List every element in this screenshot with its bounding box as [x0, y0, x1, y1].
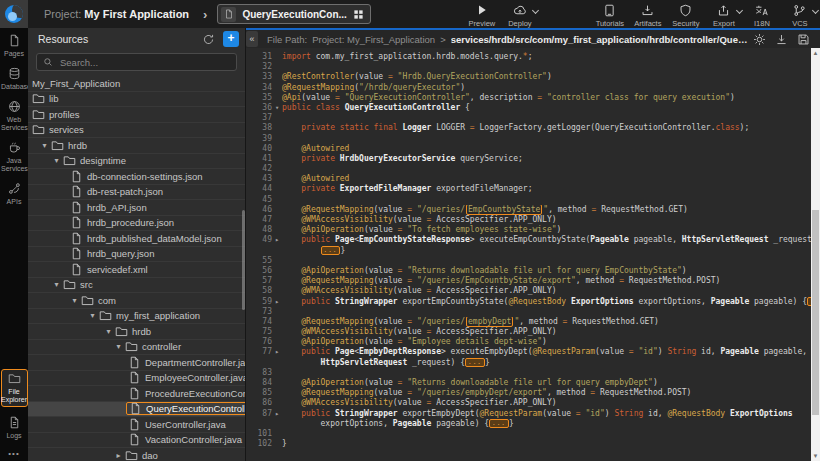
code-line[interactable]: 77▸ public Page<EmpbyDeptResponse> execu…: [246, 347, 811, 357]
tree-item-controller[interactable]: ▾controller: [28, 340, 245, 356]
code-line[interactable]: 84 @ApiOperation(value = "Returns downlo…: [246, 378, 811, 388]
sidebar-item-databases[interactable]: Databases: [1, 67, 28, 91]
scroll-down-icon[interactable]: ▼: [811, 451, 820, 461]
sidebar-item-file-explorer[interactable]: File Explorer: [1, 369, 28, 407]
tree-item-my-first-application[interactable]: My_First_Application: [28, 76, 245, 92]
code-line[interactable]: 42: [246, 164, 811, 174]
i18n-button[interactable]: I18N: [743, 0, 781, 28]
search-input[interactable]: [58, 56, 230, 69]
code-line[interactable]: 39: [246, 134, 811, 144]
tree-item-services[interactable]: services: [28, 123, 245, 139]
tree-item-hrdb-api-json[interactable]: hrdb_API.json: [28, 200, 245, 216]
settings-icon[interactable]: [753, 33, 766, 46]
fold-closed-icon[interactable]: ▸: [272, 409, 282, 419]
code-line[interactable]: 35@Api(value = "QueryExecutionController…: [246, 93, 811, 103]
code-line[interactable]: 49▸ public Page<EmpCountbyStateResponse>…: [246, 235, 811, 245]
scrollbar-thumb[interactable]: [812, 210, 819, 415]
code-line[interactable]: 40 @Autowired: [246, 144, 811, 154]
tree-item-hrdb[interactable]: ▾hrdb: [28, 324, 245, 340]
code-line[interactable]: 86 @WMAccessVisibility(value = AccessSpe…: [246, 398, 811, 408]
refresh-icon[interactable]: [202, 33, 215, 46]
tree-item-employeecontroller-java[interactable]: EmployeeController.java: [28, 371, 245, 387]
vcs-button[interactable]: VCS: [781, 0, 819, 28]
fold-open-icon[interactable]: ▾: [272, 103, 282, 113]
tree-item-servicedef-xml[interactable]: servicedef.xml: [28, 262, 245, 278]
tree-item-lib[interactable]: lib: [28, 92, 245, 108]
fold-closed-icon[interactable]: ▸: [272, 347, 282, 357]
code-line[interactable]: 58 @WMAccessVisibility(value = AccessSpe…: [246, 286, 811, 296]
code-line[interactable]: 33@RestController(value = "Hrdb.QueryExe…: [246, 72, 811, 82]
deploy-button[interactable]: Deploy: [501, 0, 539, 28]
code-line[interactable]: 75 @WMAccessVisibility(value = AccessSpe…: [246, 327, 811, 337]
code-line[interactable]: 56 @ApiOperation(value = "Returns downlo…: [246, 266, 811, 276]
app-logo[interactable]: [0, 0, 28, 28]
search-box[interactable]: [36, 53, 237, 71]
editor-scrollbar[interactable]: ▲ ▼: [811, 48, 820, 461]
code-line[interactable]: 101: [246, 429, 811, 439]
code-line[interactable]: 32: [246, 62, 811, 72]
code-line[interactable]: 55: [246, 256, 811, 266]
code-line[interactable]: 46 @RequestMapping(value = "/queries/Emp…: [246, 205, 811, 215]
tree-item-hrdb-procedure-json[interactable]: hrdb_procedure.json: [28, 216, 245, 232]
caret-down-icon[interactable]: ▾: [114, 342, 123, 351]
artifacts-button[interactable]: Artifacts: [629, 0, 667, 28]
security-button[interactable]: Security: [667, 0, 705, 28]
folded-code-box[interactable]: ...: [465, 358, 485, 367]
code-line[interactable]: 31import com.my_first_application.hrdb.m…: [246, 52, 811, 62]
code-line[interactable]: 59▸ public StringWrapper exportEmpCountb…: [246, 297, 811, 307]
download-icon[interactable]: [775, 33, 788, 46]
tree-item-hrdb[interactable]: ▾hrdb: [28, 138, 245, 154]
code-line[interactable]: 85 @RequestMapping(value = "/queries/emp…: [246, 388, 811, 398]
sidebar-item-web-services[interactable]: Web Services: [1, 100, 28, 132]
preview-button[interactable]: Preview: [463, 0, 501, 28]
sidebar-item-java-services[interactable]: Java Services: [1, 141, 28, 173]
caret-down-icon[interactable]: ▾: [52, 280, 61, 289]
folded-code-box[interactable]: ...: [489, 419, 509, 428]
caret-down-icon[interactable]: ▾: [40, 141, 49, 150]
tree-item-queryexecutioncontroller-java[interactable]: QueryExecutionController.java: [28, 402, 245, 418]
caret-down-icon[interactable]: ▾: [104, 327, 113, 336]
tutorials-button[interactable]: Tutorials: [591, 0, 629, 28]
code-line[interactable]: 43 @Autowired: [246, 174, 811, 184]
sidebar-item-apis[interactable]: APIs: [1, 182, 28, 206]
caret-down-icon[interactable]: ▾: [52, 156, 61, 165]
code-line[interactable]: 36▾public class QueryExecutionController…: [246, 103, 811, 113]
tree-item-designtime[interactable]: ▾designtime: [28, 154, 245, 170]
tree-item-src[interactable]: ▾src: [28, 278, 245, 294]
code-line[interactable]: 87▸ public StringWrapper exportEmpbyDept…: [246, 409, 811, 419]
collapse-panel-button[interactable]: «: [246, 31, 258, 47]
tree-scrollbar[interactable]: [242, 210, 245, 310]
sidebar-item-pages[interactable]: Pages: [1, 34, 28, 58]
caret-down-icon[interactable]: ▾: [70, 296, 79, 305]
code-line[interactable]: 57 @RequestMapping(value = "/queries/Emp…: [246, 276, 811, 286]
code-line[interactable]: 47 @WMAccessVisibility(value = AccessSpe…: [246, 215, 811, 225]
chevron-down-icon[interactable]: [736, 7, 743, 14]
code-line[interactable]: 34@RequestMapping("/hrdb/queryExecutor"): [246, 83, 811, 93]
folded-code-box[interactable]: ...: [321, 246, 341, 255]
code-line[interactable]: HttpServletRequest _request) {...}: [246, 358, 811, 368]
open-file-tab[interactable]: QueryExecutionCon...: [217, 4, 370, 24]
code-line[interactable]: exportOptions, Pageable pageable) {...}: [246, 419, 811, 429]
tree-item-dao[interactable]: ▸dao: [28, 448, 245, 461]
fold-closed-icon[interactable]: ▸: [272, 297, 282, 307]
save-icon[interactable]: [797, 33, 810, 46]
add-resource-button[interactable]: +: [223, 31, 239, 47]
code-line[interactable]: 83: [246, 368, 811, 378]
tree-item-hrdb-published-datamodel-json[interactable]: hrdb_published_dataModel.json: [28, 231, 245, 247]
sidebar-item-logs[interactable]: Logs: [1, 416, 28, 440]
caret-down-icon[interactable]: ▾: [88, 311, 97, 320]
code-line[interactable]: 37: [246, 113, 811, 123]
code-editor[interactable]: 31import com.my_first_application.hrdb.m…: [246, 48, 820, 461]
tree-item-procedureexecutioncontroller-java[interactable]: ProcedureExecutionController.java: [28, 386, 245, 402]
code-line[interactable]: ...}: [246, 246, 811, 256]
tree-item-vacationcontroller-java[interactable]: VacationController.java: [28, 433, 245, 449]
tree-item-my-first-application[interactable]: ▾my_first_application: [28, 309, 245, 325]
tree-item-usercontroller-java[interactable]: UserController.java: [28, 417, 245, 433]
export-button[interactable]: Export: [705, 0, 743, 28]
code-line[interactable]: 38 private static final Logger LOGGER = …: [246, 123, 811, 133]
code-line[interactable]: 73: [246, 307, 811, 317]
code-line[interactable]: 45: [246, 195, 811, 205]
grid-icon[interactable]: [353, 9, 364, 20]
tree-item-departmentcontroller-java[interactable]: DepartmentController.java: [28, 355, 245, 371]
sidebar-more-button[interactable]: •••: [8, 449, 19, 458]
